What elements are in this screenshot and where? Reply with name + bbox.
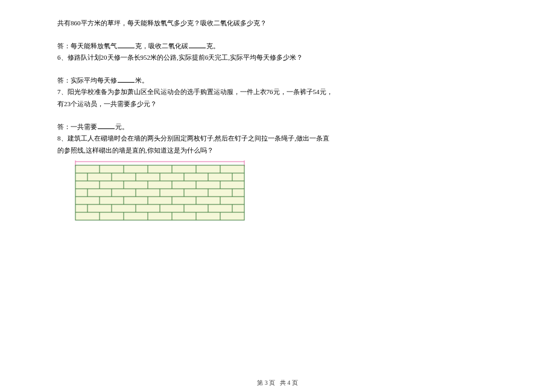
footer-label-di: 第 [257, 379, 263, 386]
q7-prompt-l2: 有23个运动员，一共需要多少元？ [57, 99, 498, 110]
q5-answer-mid: 克，吸收二氧化碳 [135, 42, 188, 49]
q6-answer-end: 米。 [135, 77, 148, 84]
q6-answer-line: 答：实际平均每天修米。 [57, 75, 498, 86]
q6-blank-value[interactable] [118, 75, 135, 83]
q8-prompt-l1: 8、建筑工人在砌墙时会在墙的两头分别固定两枚钉子,然后在钉子之间拉一条绳子,做出… [57, 133, 498, 144]
q5-answer-line: 答：每天能释放氧气克，吸收二氧化碳克。 [57, 41, 498, 52]
footer-page-total: 4 [287, 379, 290, 386]
q5-line1: 共有860平方米的草坪，每天能释放氧气多少克？吸收二氧化碳多少克？ [57, 18, 498, 29]
q7-prompt-text-1: 阳光学校准备为参加萧山区全民运动会的选手购置运动服，一件上衣76元，一条裤子54… [68, 88, 333, 95]
q7-blank-value[interactable] [98, 122, 115, 129]
q6-num: 6、 [57, 54, 68, 61]
q7-answer-prefix: 答：一共需要 [57, 123, 97, 130]
q6-answer-prefix: 答：实际平均每天修 [57, 77, 117, 84]
q7-num: 7、 [57, 88, 68, 95]
q6-prompt-text: 修路队计划20天修一条长952米的公路,实际提前6天完工,实际平均每天修多少米？ [68, 54, 303, 61]
q5-answer-prefix: 答：每天能释放氧气 [57, 42, 117, 49]
q6-prompt: 6、修路队计划20天修一条长952米的公路,实际提前6天完工,实际平均每天修多少… [57, 52, 498, 63]
brick-wall-figure [69, 160, 498, 223]
q7-answer-end: 元。 [115, 123, 128, 130]
q5-blank-oxygen[interactable] [118, 41, 135, 48]
spacer [57, 111, 498, 122]
q5-blank-co2[interactable] [189, 41, 206, 48]
q8-num: 8、 [57, 134, 68, 142]
footer-label-ye2: 页 [292, 379, 298, 386]
footer-label-gong: 共 [280, 379, 286, 386]
q5-answer-end: 克。 [206, 42, 220, 49]
q7-answer-line: 答：一共需要元。 [57, 122, 498, 133]
brick-rows [75, 165, 244, 220]
brick-wall-svg [69, 160, 250, 223]
q8-prompt-text-1: 建筑工人在砌墙时会在墙的两头分别固定两枚钉子,然后在钉子之间拉一条绳子,做出一条… [68, 134, 330, 142]
footer-label-ye: 页 [269, 379, 275, 386]
page-footer: 第 3 页 共 4 页 [0, 379, 555, 387]
spacer [57, 30, 498, 41]
spacer [57, 65, 498, 75]
q7-prompt-l1: 7、阳光学校准备为参加萧山区全民运动会的选手购置运动服，一件上衣76元，一条裤子… [57, 87, 498, 98]
footer-page-current: 3 [265, 379, 268, 386]
q8-prompt-l2: 的参照线,这样砌出的墙是直的,你知道这是为什么吗？ [57, 145, 498, 156]
